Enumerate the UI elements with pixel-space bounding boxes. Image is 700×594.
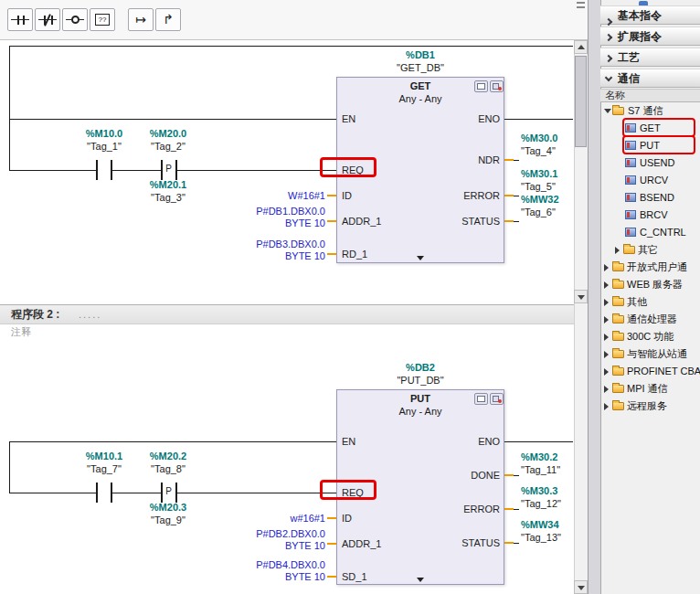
db-name[interactable]: "PUT_DB" [397, 375, 443, 387]
edge-mem-tag[interactable]: "Tag_9" [151, 514, 186, 526]
edge-mem-operand[interactable]: %M20.1 [150, 179, 186, 191]
update-block-call-icon[interactable] [490, 393, 504, 405]
open-called-block-icon[interactable] [474, 393, 488, 405]
contact-operand[interactable]: %M20.2 [150, 451, 186, 462]
addr1-value-line2[interactable]: BYTE 10 [285, 217, 325, 229]
power-rail [9, 46, 10, 170]
section-basic-instructions[interactable]: 基本指令 [600, 5, 700, 25]
scrollbar-thumb[interactable] [575, 56, 587, 147]
empty-box-button[interactable]: ?? [90, 8, 115, 31]
tree-item-profinet-cba[interactable]: PROFINET CBA [600, 363, 700, 380]
block-title: GET [410, 80, 431, 92]
output-tag[interactable]: "Tag_13" [521, 532, 561, 544]
output-operand[interactable]: %M30.2 [521, 451, 557, 463]
tree-item-mpi-comm[interactable]: MPI 通信 [600, 380, 700, 398]
tree-item-comm-processors[interactable]: 通信处理器 [600, 311, 700, 328]
output-tag[interactable]: "Tag_4" [521, 145, 556, 157]
contact-operand[interactable]: %M20.0 [150, 128, 186, 140]
network2-header[interactable]: 程序段 2 : ..... [0, 304, 588, 324]
expander-right-icon [615, 247, 620, 254]
pin-id: ID [342, 190, 352, 202]
expander-right-icon [604, 264, 609, 271]
db-operand[interactable]: %DB1 [406, 49, 435, 61]
panel-splitter[interactable] [588, 0, 600, 594]
addr1-value-line1[interactable]: P#DB2.DBX0.0 [256, 528, 325, 540]
output-operand[interactable]: %MW34 [521, 519, 559, 531]
block-expand-icon[interactable] [417, 256, 424, 260]
db-name[interactable]: "GET_DB" [397, 62, 444, 74]
output-operand[interactable]: %MW32 [521, 194, 559, 206]
sd1-value-line2[interactable]: BYTE 10 [285, 571, 325, 583]
id-value[interactable]: W#16#1 [288, 190, 325, 202]
coil-button[interactable] [62, 8, 88, 31]
pin-stub [327, 576, 336, 578]
no-contact-button[interactable] [7, 8, 33, 31]
block-type-selector[interactable]: Any - Any [398, 406, 441, 418]
tree-item-urcv[interactable]: URCV [600, 172, 700, 189]
chevron-right-icon [605, 34, 612, 41]
pane-splitter-grip[interactable] [577, 2, 585, 8]
addr1-value-line2[interactable]: BYTE 10 [285, 540, 325, 552]
tree-item-other[interactable]: 其他 [600, 293, 700, 311]
output-tag[interactable]: "Tag_12" [521, 498, 561, 510]
tree-item-usend[interactable]: USEND [600, 154, 700, 172]
id-value[interactable]: w#16#1 [290, 513, 325, 525]
red-dot-glyph [498, 399, 502, 403]
output-operand[interactable]: %M30.1 [521, 168, 557, 180]
folder-icon [612, 350, 624, 358]
tree-item-remote-services[interactable]: 远程服务 [600, 398, 700, 415]
network2-comment[interactable]: 注释 [11, 326, 31, 338]
expander-right-icon [604, 351, 609, 358]
edge-mem-tag[interactable]: "Tag_3" [151, 192, 186, 204]
no-contact[interactable] [95, 160, 112, 180]
p-edge-contact[interactable]: P [160, 483, 177, 503]
contact-tag[interactable]: "Tag_8" [151, 463, 186, 475]
tree-item-open-user-comm[interactable]: 开放式用户通 [600, 259, 700, 276]
rd1-value-line2[interactable]: BYTE 10 [285, 250, 325, 262]
tree-item-300c-functions[interactable]: 300C 功能 [600, 328, 700, 345]
block-type-selector[interactable]: Any - Any [398, 93, 441, 105]
tree-item-label: URCV [640, 172, 668, 189]
section-extended-instructions[interactable]: 扩展指令 [600, 27, 700, 46]
db-operand[interactable]: %DB2 [406, 362, 435, 374]
tree-item-bsend[interactable]: BSEND [600, 189, 700, 207]
tree-item-ismart-slave-comm[interactable]: 与智能从站通 [600, 345, 700, 363]
tree-item-web-server[interactable]: WEB 服务器 [600, 276, 700, 293]
edge-mem-operand[interactable]: %M20.3 [150, 502, 186, 514]
contact-operand[interactable]: %M10.1 [86, 451, 122, 462]
contact-tag[interactable]: "Tag_7" [87, 463, 122, 475]
no-contact[interactable] [95, 483, 112, 503]
section-communication[interactable]: 通信 [600, 69, 700, 88]
pin-stub [327, 253, 336, 255]
tree-item-label: 其它 [638, 241, 658, 259]
tree-item-c-cntrl[interactable]: C_CNTRL [600, 224, 700, 241]
pin-stub [327, 543, 336, 545]
scroll-up-button[interactable] [574, 40, 588, 54]
folder-icon [612, 281, 624, 289]
contact-tag[interactable]: "Tag_1" [87, 141, 122, 153]
close-branch-button[interactable]: ↱ [155, 8, 181, 31]
section-technology[interactable]: 工艺 [600, 48, 700, 67]
tree-item-brcv[interactable]: BRCV [600, 207, 700, 224]
tree-item-others-subfolder[interactable]: 其它 [600, 241, 700, 259]
contact-operand[interactable]: %M10.0 [86, 128, 122, 140]
output-operand[interactable]: %M30.0 [521, 133, 557, 144]
scroll-down-button[interactable] [574, 580, 588, 594]
open-branch-button[interactable]: ↦ [128, 8, 154, 31]
contact-tag[interactable]: "Tag_2" [151, 141, 186, 153]
scroll-down-button[interactable] [574, 290, 588, 303]
block-expand-icon[interactable] [417, 578, 424, 582]
addr1-value-line1[interactable]: P#DB1.DBX0.0 [256, 206, 325, 217]
tree-item-label: WEB 服务器 [627, 276, 683, 293]
output-operand[interactable]: %M30.3 [521, 485, 557, 497]
coil-glyph [71, 16, 80, 24]
update-block-call-icon[interactable] [490, 80, 504, 92]
rd1-value-line1[interactable]: P#DB3.DBX0.0 [256, 239, 325, 250]
nc-contact-button[interactable] [35, 8, 60, 31]
sd1-value-line1[interactable]: P#DB4.DBX0.0 [256, 559, 325, 571]
p-edge-contact[interactable]: P [160, 160, 177, 180]
open-called-block-icon[interactable] [474, 80, 488, 92]
output-tag[interactable]: "Tag_6" [521, 207, 556, 218]
output-tag[interactable]: "Tag_5" [521, 181, 556, 193]
output-tag[interactable]: "Tag_11" [521, 464, 560, 476]
